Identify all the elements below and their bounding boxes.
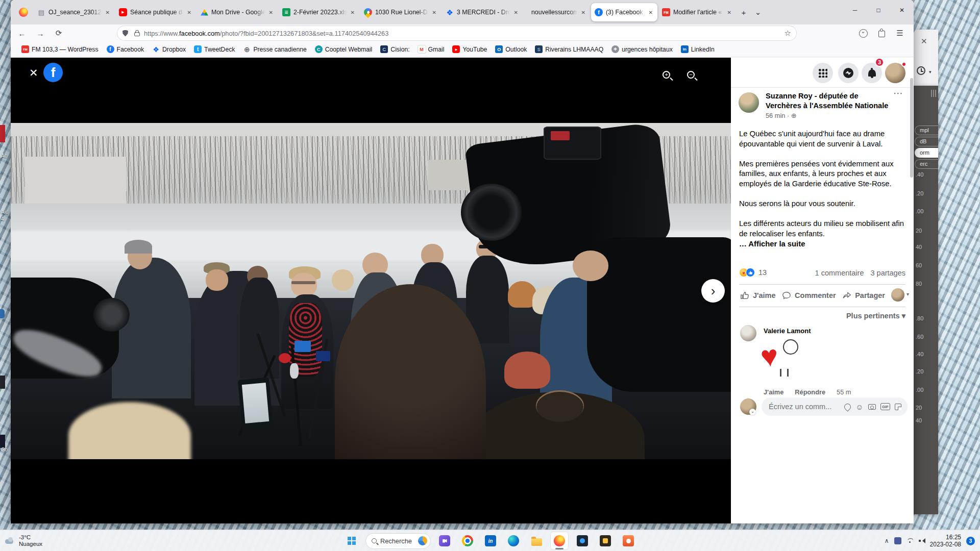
bookmark-item[interactable]: Gmail — [414, 44, 448, 55]
comment-input-pill[interactable]: ☺ GIF — [762, 397, 908, 416]
zoom-in-icon[interactable]: + — [663, 71, 670, 79]
volume-icon[interactable] — [919, 538, 925, 543]
pocket-icon[interactable] — [856, 27, 870, 40]
comment-button[interactable]: Commenter — [782, 291, 836, 300]
desktop-icon-sliver[interactable] — [0, 125, 5, 142]
taskbar-icon-linkedin[interactable]: in — [481, 532, 500, 550]
background-window-close-icon[interactable]: ✕ — [921, 37, 927, 46]
bookmark-item[interactable]: Facebook — [103, 44, 148, 55]
bookmark-item[interactable]: TweetDeck — [190, 44, 238, 55]
start-button[interactable] — [342, 532, 361, 550]
browser-tab[interactable]: 1030 Rue Lionel-Da ✕ — [360, 3, 441, 21]
audio-scale-pill[interactable]: dB — [915, 137, 938, 146]
post-author[interactable]: Suzanne Roy - députée de Verchères à l'A… — [766, 91, 893, 111]
desktop-icon-sliver[interactable] — [0, 309, 5, 318]
apps-grid-icon[interactable] — [813, 63, 833, 83]
minimize-button[interactable]: ─ — [843, 0, 867, 20]
tab-close-icon[interactable]: ✕ — [268, 9, 274, 16]
audio-scale-pill[interactable]: erc — [915, 159, 938, 169]
see-more-link[interactable]: … Afficher la suite — [739, 239, 906, 249]
heart-hug-sticker[interactable]: ♥ — [761, 337, 812, 384]
tab-close-icon[interactable]: ✕ — [726, 9, 732, 16]
emoji-icon[interactable]: ☺ — [855, 403, 863, 411]
extensions-puzzle-icon[interactable] — [874, 27, 889, 40]
sidebar-scrollbar[interactable] — [910, 78, 913, 178]
tab-close-icon[interactable]: ✕ — [350, 9, 356, 16]
facebook-logo[interactable]: f — [43, 63, 63, 82]
browser-tab[interactable]: Modifier l'article « S ✕ — [658, 3, 736, 21]
browser-tab[interactable]: Mon Drive - Google ✕ — [197, 3, 278, 21]
messenger-icon[interactable] — [838, 63, 859, 83]
url-bar[interactable]: https://www.facebook.com/photo/?fbid=200… — [117, 26, 796, 40]
like-button[interactable]: J'aime — [740, 291, 776, 300]
tab-close-icon[interactable]: ✕ — [431, 9, 437, 16]
hidden-icons-chevron[interactable]: ∧ — [885, 537, 889, 544]
comment-sort-dropdown[interactable]: Plus pertinents ▾ — [846, 312, 905, 320]
bookmark-item[interactable]: YouTube — [449, 44, 491, 55]
shares-count[interactable]: 3 partages — [870, 269, 905, 277]
lock-icon[interactable] — [134, 32, 140, 36]
bookmark-star-icon[interactable]: ☆ — [785, 29, 791, 38]
commenter-name[interactable]: Valerie Lamont — [764, 327, 811, 335]
close-button[interactable]: ✕ — [890, 0, 914, 20]
taskbar-icon-app-blue[interactable] — [573, 532, 592, 550]
taskbar-icon-chrome[interactable] — [458, 532, 477, 550]
maximize-button[interactable]: □ — [867, 0, 890, 20]
new-tab-button[interactable]: + — [737, 5, 751, 19]
weather-widget[interactable]: -3°C Nuageux — [5, 530, 42, 551]
taskbar-icon-app-orange[interactable] — [619, 532, 638, 550]
bookmark-item[interactable]: Cision: — [377, 44, 413, 55]
zoom-out-icon[interactable]: − — [687, 71, 695, 79]
tracking-protection-shield-icon[interactable] — [122, 30, 128, 37]
camera-icon[interactable] — [868, 404, 876, 410]
next-photo-button[interactable]: › — [701, 279, 725, 303]
tab-close-icon[interactable]: ✕ — [580, 9, 586, 16]
bookmark-item[interactable]: Dropbox — [149, 44, 189, 55]
browser-tab[interactable]: 2-Février 20223.xlsx ✕ — [279, 3, 359, 21]
desktop-icon-sliver[interactable] — [0, 435, 5, 448]
hamburger-menu-icon[interactable]: ☰ — [893, 27, 907, 40]
reload-button[interactable]: ⟳ — [52, 27, 66, 40]
share-button[interactable]: Partager — [842, 291, 885, 300]
avatar-sticker-icon[interactable] — [843, 402, 852, 411]
bookmark-item[interactable]: FM 103,3 — WordPress — [18, 44, 102, 55]
page-avatar[interactable] — [739, 92, 759, 113]
taskbar-icon-meet[interactable] — [435, 532, 454, 550]
taskbar-search[interactable]: Recherche — [365, 533, 431, 549]
browser-tab-active-facebook[interactable]: (3) Facebook ✕ — [591, 3, 657, 21]
post-time[interactable]: 56 min — [766, 112, 785, 119]
browser-tab[interactable]: Séance publique de ✕ — [115, 3, 196, 21]
wifi-icon[interactable] — [906, 538, 914, 543]
comments-count[interactable]: 1 commentaire — [815, 269, 864, 277]
taskbar-icon-firefox-active[interactable] — [550, 532, 569, 550]
tray-app-icon[interactable] — [894, 537, 901, 544]
bookmark-item[interactable]: Presse canadienne — [239, 44, 310, 55]
taskbar-icon-edge[interactable] — [504, 532, 523, 550]
taskbar-clock[interactable]: 16:25 2023-02-08 — [930, 534, 961, 548]
browser-tab[interactable]: OJ_seance_230123_sign ✕ — [34, 3, 114, 21]
forward-button[interactable]: → — [33, 27, 47, 40]
comment-time[interactable]: 55 m — [837, 388, 851, 396]
commenting-as-avatar[interactable] — [891, 288, 904, 302]
post-more-icon[interactable]: ⋯ — [893, 87, 903, 99]
bookmark-item[interactable]: LinkedIn — [677, 44, 718, 55]
back-button[interactable]: ← — [15, 27, 29, 40]
comment-input[interactable] — [768, 402, 840, 411]
tab-close-icon[interactable]: ✕ — [648, 9, 654, 16]
audio-scale-pill-selected[interactable]: orm — [915, 148, 938, 158]
list-all-tabs-icon[interactable]: ⌄ — [751, 5, 765, 19]
taskbar-icon-app-amber[interactable] — [596, 532, 615, 550]
sticker-icon[interactable] — [895, 404, 901, 410]
bookmark-item[interactable]: Riverains LHMAAAQ — [531, 44, 607, 55]
tab-close-icon[interactable]: ✕ — [513, 9, 519, 16]
panel-grip-icon[interactable] — [931, 90, 936, 97]
firefox-view-button[interactable] — [16, 4, 31, 21]
reactions-summary[interactable]: 13 — [739, 268, 767, 277]
audio-scale-pill[interactable]: mpl — [915, 126, 938, 135]
tab-close-icon[interactable]: ✕ — [105, 9, 111, 16]
desktop-icon-sliver[interactable] — [0, 375, 5, 389]
notification-count-badge[interactable]: 3 — [966, 537, 975, 545]
history-clock-icon[interactable] — [917, 66, 925, 75]
chevron-down-icon[interactable]: ▾ — [906, 291, 909, 297]
browser-tab[interactable]: 3 MERCREDI - Drop ✕ — [442, 3, 523, 21]
